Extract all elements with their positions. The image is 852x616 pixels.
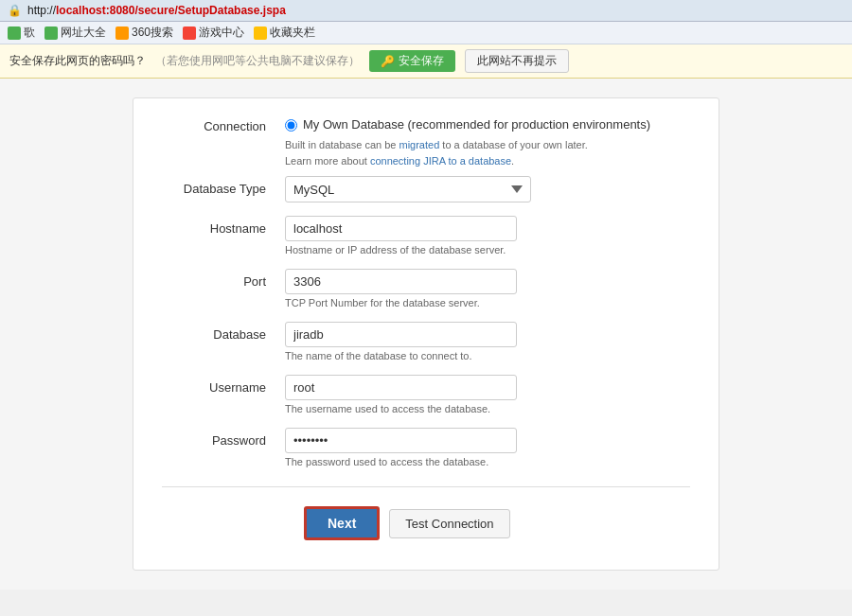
connection-row: Connection My Own Database (recommended … (162, 117, 690, 168)
port-input[interactable] (285, 269, 517, 294)
password-dismiss-button[interactable]: 此网站不再提示 (465, 49, 569, 73)
hostname-row: Hostname Hostname or IP address of the d… (162, 216, 690, 255)
bookmark-games[interactable]: 游戏中心 (183, 25, 244, 41)
bookmark-favorites-label: 收藏夹栏 (270, 25, 315, 41)
info-line2: Learn more about (285, 155, 370, 167)
connecting-link-text: connecting JIRA to a database (370, 155, 511, 167)
info-middle: to a database of your own later. (439, 139, 588, 150)
connection-radio[interactable] (285, 119, 297, 132)
info-line1: Built in database can be (285, 139, 399, 150)
username-input[interactable] (285, 375, 517, 400)
info-end: . (511, 155, 514, 167)
bookmark-games-label: 游戏中心 (199, 25, 244, 41)
hostname-input[interactable] (285, 216, 517, 241)
buttons-row: Next Test Connection (162, 506, 690, 540)
bookmark-wangzhi[interactable]: 网址大全 (44, 25, 106, 41)
bookmark-ge-icon (8, 26, 21, 40)
password-question: 安全保存此网页的密码吗？ (9, 53, 146, 69)
browser-url: http://localhost:8080/secure/SetupDataba… (27, 4, 286, 17)
database-label: Database (162, 322, 285, 342)
database-input[interactable] (285, 322, 517, 347)
bookmark-360-icon (115, 26, 129, 40)
db-type-label: Database Type (162, 176, 285, 196)
port-field: TCP Port Number for the database server. (285, 269, 690, 308)
password-label: Password (162, 428, 285, 448)
db-type-field: MySQL (285, 176, 690, 202)
password-input[interactable] (285, 428, 517, 453)
bookmark-wangzhi-label: 网址大全 (61, 25, 106, 41)
connection-radio-option: My Own Database (recommended for product… (285, 117, 690, 132)
form-divider (162, 486, 690, 487)
bookmark-favorites[interactable]: 收藏夹栏 (254, 25, 315, 41)
browser-address-bar: 🔒 http://localhost:8080/secure/SetupData… (0, 0, 852, 22)
next-button[interactable]: Next (304, 506, 380, 540)
password-field: The password used to access the database… (285, 428, 690, 467)
security-icon: 🔒 (8, 4, 22, 17)
port-row: Port TCP Port Number for the database se… (162, 269, 690, 308)
next-label: Next (328, 516, 356, 531)
connection-option-label: My Own Database (recommended for product… (303, 117, 650, 132)
username-field: The username used to access the database… (285, 375, 690, 414)
connection-label: Connection (162, 117, 285, 133)
bookmark-360-label: 360搜索 (132, 25, 173, 41)
password-save-button[interactable]: 安全保存 (369, 50, 455, 72)
database-row: Database The name of the database to con… (162, 322, 690, 361)
username-row: Username The username used to access the… (162, 375, 690, 414)
setup-form: Connection My Own Database (recommended … (133, 97, 719, 571)
migrated-link[interactable]: migrated (399, 139, 439, 150)
url-host: localhost (56, 4, 106, 17)
password-note: （若您使用网吧等公共电脑不建议保存） (155, 53, 360, 69)
hostname-hint: Hostname or IP address of the database s… (285, 244, 690, 255)
connection-content: My Own Database (recommended for product… (285, 117, 690, 168)
password-save-bar: 安全保存此网页的密码吗？ （若您使用网吧等公共电脑不建议保存） 安全保存 此网站… (0, 44, 852, 79)
database-field: The name of the database to connect to. (285, 322, 690, 361)
bookmark-360[interactable]: 360搜索 (115, 25, 173, 41)
page-content: Connection My Own Database (recommended … (0, 79, 852, 590)
password-row: Password The password used to access the… (162, 428, 690, 467)
bookmark-favorites-icon (254, 26, 267, 40)
connecting-link[interactable]: connecting JIRA to a database (370, 155, 511, 167)
url-rest: :8080/secure/SetupDatabase.jspa (106, 4, 286, 17)
db-type-select[interactable]: MySQL (285, 176, 531, 202)
hostname-field: Hostname or IP address of the database s… (285, 216, 690, 255)
bookmark-ge-label: 歌 (24, 25, 35, 41)
username-label: Username (162, 375, 285, 395)
test-connection-button[interactable]: Test Connection (389, 509, 509, 538)
username-hint: The username used to access the database… (285, 403, 690, 414)
lock-icon (381, 55, 395, 68)
port-hint: TCP Port Number for the database server. (285, 297, 690, 308)
connection-info: Built in database can be migrated to a d… (285, 137, 690, 168)
port-label: Port (162, 269, 285, 289)
hostname-label: Hostname (162, 216, 285, 236)
bookmark-ge[interactable]: 歌 (8, 25, 35, 41)
db-type-row: Database Type MySQL (162, 176, 690, 202)
bookmark-wangzhi-icon (44, 26, 58, 40)
test-label: Test Connection (405, 517, 493, 531)
password-save-label: 安全保存 (399, 53, 444, 69)
database-hint: The name of the database to connect to. (285, 350, 690, 361)
bookmarks-bar: 歌 网址大全 360搜索 游戏中心 收藏夹栏 (0, 22, 852, 44)
bookmark-games-icon (183, 26, 196, 40)
migrated-link-text: migrated (399, 139, 439, 150)
password-dismiss-label: 此网站不再提示 (477, 54, 557, 67)
password-hint: The password used to access the database… (285, 456, 690, 467)
